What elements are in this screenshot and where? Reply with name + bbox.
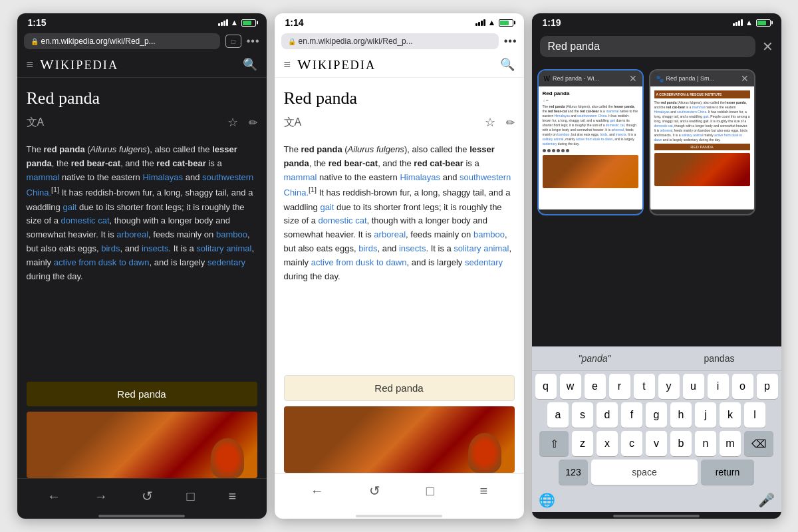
key-m[interactable]: m — [720, 431, 741, 456]
key-f[interactable]: f — [621, 402, 642, 428]
tab-mini-text-2: The red panda (Ailurus fulgens), also ca… — [654, 100, 750, 142]
url-field-2[interactable]: 🔒 en.m.wikipedia.org/wiki/Red_p... — [281, 33, 499, 49]
menu-btn-1[interactable]: ≡ — [223, 486, 241, 507]
signal-bar-2-4 — [483, 19, 485, 26]
edit-icon-2[interactable]: ✏ — [506, 116, 515, 129]
menu-btn-2[interactable]: ≡ — [475, 481, 493, 501]
num-key[interactable]: 123 — [559, 460, 588, 485]
bottom-nav-2: ← ↺ □ ≡ — [275, 473, 524, 512]
solitary-link-2[interactable]: solitary animal — [454, 243, 509, 253]
himalayas-link-1[interactable]: Himalayas — [142, 172, 183, 182]
battery-3 — [756, 19, 771, 27]
back-btn-2[interactable]: ← — [305, 481, 329, 501]
key-d[interactable]: d — [597, 402, 618, 428]
search-field-3[interactable]: Red panda — [540, 36, 755, 57]
key-b[interactable]: b — [670, 431, 692, 456]
delete-key[interactable]: ⌫ — [744, 431, 773, 456]
mammal-link-2[interactable]: mammal — [284, 172, 317, 182]
tab-card-2[interactable]: 🐾 Red panda | Sm... ✕ A CONSERVATION & R… — [649, 69, 755, 215]
signal-bars-2 — [475, 19, 485, 26]
refresh-btn-2[interactable]: ↺ — [364, 480, 386, 501]
birds-link-2[interactable]: birds — [358, 243, 377, 253]
active-link-2[interactable]: active from dusk to dawn — [311, 257, 407, 267]
insects-link-1[interactable]: insects — [142, 243, 168, 253]
shift-key[interactable]: ⇧ — [539, 431, 569, 456]
dots-1[interactable]: ••• — [247, 35, 260, 47]
arboreal-link-2[interactable]: arboreal — [374, 229, 406, 239]
key-q[interactable]: q — [535, 374, 557, 399]
phones-container: 1:15 ▲ 🔒 en.m.wikipedia.org/wiki/Red_p..… — [4, 0, 795, 532]
mammal-link-1[interactable]: mammal — [27, 172, 60, 182]
sedentary-link-1[interactable]: sedentary — [207, 257, 245, 267]
key-y[interactable]: y — [658, 374, 680, 399]
key-o[interactable]: o — [732, 374, 753, 399]
key-n[interactable]: n — [695, 431, 716, 456]
key-c[interactable]: c — [621, 431, 642, 456]
key-r[interactable]: r — [609, 374, 630, 399]
key-t[interactable]: t — [634, 374, 655, 399]
solitary-link-1[interactable]: solitary animal — [196, 243, 251, 253]
mic-key[interactable]: 🎤 — [758, 492, 775, 508]
search-icon-wiki-1[interactable]: 🔍 — [243, 57, 257, 72]
china-link-2[interactable]: southwestern China. — [284, 172, 511, 198]
return-key[interactable]: return — [701, 460, 754, 485]
suggestion-1[interactable]: "panda" — [572, 352, 618, 365]
key-e[interactable]: e — [585, 374, 606, 399]
key-a[interactable]: a — [547, 402, 569, 428]
star-icon-1[interactable]: ☆ — [227, 115, 238, 130]
url-field-1[interactable]: 🔒 en.m.wikipedia.org/wiki/Red_p... — [24, 33, 220, 49]
key-u[interactable]: u — [683, 374, 704, 399]
key-l[interactable]: l — [744, 402, 765, 428]
key-v[interactable]: v — [646, 431, 667, 456]
key-i[interactable]: i — [708, 374, 729, 399]
tabs-nav-btn-1[interactable]: □ — [181, 486, 200, 507]
arboreal-link-1[interactable]: arboreal — [116, 229, 148, 239]
gait-link-1[interactable]: gait — [63, 202, 76, 212]
translate-icon-2[interactable]: 文A — [284, 116, 302, 130]
active-link-1[interactable]: active from dusk to dawn — [54, 257, 150, 267]
cancel-btn-3[interactable]: ✕ — [762, 39, 773, 55]
suggestion-2[interactable]: pandas — [698, 352, 741, 365]
key-j[interactable]: j — [695, 402, 716, 428]
forward-btn-1[interactable]: → — [89, 486, 113, 507]
gait-link-2[interactable]: gait — [320, 202, 334, 212]
insects-link-2[interactable]: insects — [399, 243, 426, 253]
key-z[interactable]: z — [572, 431, 593, 456]
search-icon-wiki-2[interactable]: 🔍 — [500, 57, 515, 72]
hamburger-icon-2[interactable]: ≡ — [284, 58, 291, 72]
key-g[interactable]: g — [646, 402, 667, 428]
tab-card-1[interactable]: W Red panda - Wi... ✕ Red panda ☆ ✏ The … — [537, 69, 644, 215]
sedentary-link-2[interactable]: sedentary — [465, 257, 503, 267]
key-k[interactable]: k — [720, 402, 741, 428]
key-x[interactable]: x — [597, 431, 618, 456]
cat-link-1[interactable]: domestic cat — [61, 215, 110, 225]
edit-icon-1[interactable]: ✏ — [249, 116, 257, 129]
space-key[interactable]: space — [591, 460, 698, 485]
tab-card-title-2: Red panda | Sm... — [666, 75, 741, 82]
bamboo-link-1[interactable]: bamboo — [216, 229, 247, 239]
tab-close-btn-2[interactable]: ✕ — [741, 73, 749, 84]
birds-link-1[interactable]: birds — [101, 243, 120, 253]
translate-icon-1[interactable]: 文A — [27, 116, 45, 130]
red-panda-btn-1[interactable]: Red panda — [27, 382, 257, 406]
key-h[interactable]: h — [670, 402, 692, 428]
tabs-btn-1[interactable]: □ — [225, 35, 241, 48]
red-panda-btn-2[interactable]: Red panda — [284, 375, 515, 401]
tab-close-btn-1[interactable]: ✕ — [629, 73, 637, 84]
refresh-btn-1[interactable]: ↺ — [136, 485, 158, 507]
tabs-nav-btn-2[interactable]: □ — [421, 481, 440, 501]
bamboo-link-2[interactable]: bamboo — [473, 229, 505, 239]
china-link-1[interactable]: southwestern China. — [27, 172, 254, 198]
back-btn-1[interactable]: ← — [42, 486, 66, 507]
dots-2[interactable]: ••• — [504, 35, 517, 47]
cat-link-2[interactable]: domestic cat — [319, 215, 367, 225]
key-w[interactable]: w — [560, 374, 581, 399]
star-icon-2[interactable]: ☆ — [485, 115, 495, 130]
himalayas-link-2[interactable]: Himalayas — [400, 172, 440, 182]
key-row-1: q w e r t y u i o p — [535, 374, 779, 399]
key-p[interactable]: p — [757, 374, 778, 399]
phone-3: 1:19 ▲ Red panda ✕ — [532, 13, 781, 519]
key-s[interactable]: s — [572, 402, 593, 428]
globe-key[interactable]: 🌐 — [539, 492, 555, 508]
hamburger-icon-1[interactable]: ≡ — [27, 58, 34, 72]
